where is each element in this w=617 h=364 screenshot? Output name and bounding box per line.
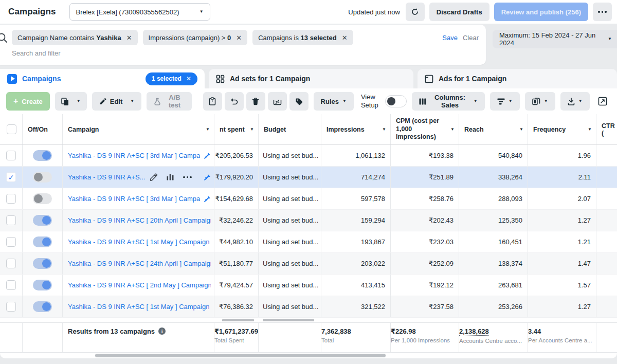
- campaign-on-off-toggle[interactable]: [33, 193, 52, 204]
- delete-button[interactable]: [246, 92, 265, 111]
- table-row: ✓ Yashika - DS 9 INR A+SC [ 3rd Mar ] Ca…: [0, 188, 617, 210]
- pin-icon[interactable]: [204, 174, 211, 181]
- budget-cell: Using ad set bud...: [259, 167, 321, 188]
- row-checkbox[interactable]: ✓: [6, 259, 16, 268]
- budget-cell: Using ad set bud...: [259, 145, 321, 166]
- row-checkbox[interactable]: ✓: [6, 172, 16, 182]
- remove-filter-icon[interactable]: ✕: [126, 34, 132, 42]
- amount-spent-cell: ₹44,982.10: [214, 231, 259, 252]
- discard-drafts-button[interactable]: Discard Drafts: [429, 3, 489, 21]
- columns-button[interactable]: Columns: Sales ▼: [412, 92, 484, 111]
- breakdown-button[interactable]: ▼: [490, 92, 520, 111]
- impressions-total-value: 7,362,838: [321, 327, 351, 335]
- campaign-name-link[interactable]: Yashika - DS 9 INR A+SC [ 2nd May ] Camp…: [68, 281, 211, 289]
- view-setup-label: View Setup: [361, 93, 380, 110]
- frequency-cell: 2.07: [528, 188, 596, 209]
- edit-pencil-icon[interactable]: [150, 173, 157, 181]
- budget-cell: Using ad set bud...: [259, 275, 321, 296]
- row-checkbox[interactable]: ✓: [6, 237, 16, 247]
- campaign-name-link[interactable]: Yashika - DS 9 INR A+SC [ 20th April ] C…: [68, 216, 211, 224]
- clear-filter-link[interactable]: Clear: [463, 34, 479, 42]
- campaign-name-link[interactable]: Yashika - DS 9 INR A+SC [ 1st May ] Camp…: [68, 303, 209, 311]
- header-frequency[interactable]: Frequency▼: [528, 114, 596, 144]
- impressions-total-label: Total: [321, 337, 334, 343]
- row-checkbox[interactable]: ✓: [6, 151, 16, 160]
- review-and-publish-button[interactable]: Review and publish (256): [494, 3, 588, 21]
- campaign-name-link[interactable]: Yashika - DS 9 INR A+SC [ 3rd Mar ] Camp…: [68, 195, 200, 203]
- campaign-on-off-toggle[interactable]: [33, 301, 52, 312]
- row-checkbox[interactable]: ✓: [6, 215, 16, 225]
- save-filter-link[interactable]: Save: [442, 34, 458, 42]
- ad-sets-grid-icon: [216, 75, 225, 83]
- tag-button[interactable]: [289, 92, 308, 111]
- header-amount-spent[interactable]: nt spent▼: [214, 114, 259, 144]
- date-range-selector[interactable]: Maximum: 15 Feb 2024 - 27 Jun 2024 ▼: [493, 30, 617, 48]
- rules-button[interactable]: Rules ▼: [314, 92, 354, 111]
- campaign-name-link[interactable]: Yashika - DS 9 INR A+SC [ 24th April ] C…: [68, 260, 211, 267]
- header-reach[interactable]: Reach▼: [459, 114, 528, 144]
- clear-selection-icon[interactable]: ✕: [186, 75, 191, 82]
- duplicate-button[interactable]: ▼: [55, 92, 87, 111]
- tab-campaigns[interactable]: Campaigns 1 selected ✕: [0, 69, 205, 88]
- duplicate-icon: [61, 98, 69, 105]
- cpm-cell: ₹202.43: [391, 210, 459, 231]
- tab-ads[interactable]: Ads for 1 Campaign: [418, 69, 617, 88]
- header-cpm[interactable]: CPM (cost per 1,000 impressions)▼: [391, 114, 459, 144]
- filter-chip[interactable]: Campaigns is 13 selected✕: [252, 30, 353, 45]
- row-more-icon[interactable]: [183, 176, 192, 178]
- undo-button[interactable]: [225, 92, 244, 111]
- chevron-down-icon: ▼: [608, 37, 612, 41]
- campaign-on-off-toggle[interactable]: [33, 150, 52, 161]
- ad-account-selector[interactable]: Brelex [Exela] (730090355562502) ▼: [69, 3, 210, 21]
- refresh-button[interactable]: [406, 3, 425, 21]
- remove-filter-icon[interactable]: ✕: [236, 34, 242, 42]
- pin-icon[interactable]: [204, 152, 211, 159]
- updated-status: Updated just now: [348, 8, 400, 16]
- paste-button[interactable]: [203, 92, 222, 111]
- export-button[interactable]: ▼: [560, 92, 590, 111]
- tab-ads-label: Ads for 1 Campaign: [439, 75, 506, 83]
- reports-button[interactable]: ▼: [525, 92, 555, 111]
- header-impressions[interactable]: Impressions▼: [321, 114, 391, 144]
- tab-ad-sets[interactable]: Ad sets for 1 Campaign: [209, 69, 413, 88]
- view-setup-toggle[interactable]: [385, 95, 407, 107]
- campaign-on-off-toggle[interactable]: [33, 236, 52, 247]
- flask-icon: [154, 98, 161, 105]
- filter-chip[interactable]: Impressions (campaign) > 0✕: [143, 30, 248, 45]
- create-button[interactable]: + Create: [6, 92, 50, 111]
- selected-count-badge[interactable]: 1 selected ✕: [146, 72, 197, 85]
- campaign-on-off-toggle[interactable]: [33, 280, 52, 290]
- amount-spent-cell: ₹154,629.68: [214, 188, 259, 209]
- select-all-checkbox[interactable]: ✓: [7, 124, 16, 134]
- charts-expand-button[interactable]: [595, 92, 611, 111]
- campaign-on-off-toggle[interactable]: [33, 258, 52, 269]
- row-checkbox[interactable]: ✓: [6, 194, 16, 204]
- filter-chip[interactable]: Campaign Name contains Yashika✕: [12, 30, 138, 45]
- impressions-cell: 1,061,132: [321, 145, 391, 166]
- ab-test-button[interactable]: A/B test: [147, 92, 192, 111]
- campaign-name-link[interactable]: Yashika - DS 9 INR A+S...: [68, 173, 145, 181]
- header-ctr[interactable]: CTR (: [596, 114, 617, 144]
- chevron-down-icon: ▼: [77, 99, 81, 103]
- campaign-name-link[interactable]: Yashika - DS 9 INR A+SC [ 1st May ] Camp…: [68, 238, 211, 246]
- search-input[interactable]: Search and filter: [12, 49, 61, 57]
- header-campaign[interactable]: Campaign▼: [63, 114, 214, 144]
- campaign-name-link[interactable]: Yashika - DS 9 INR A+SC [ 3rd Mar ] Camp…: [68, 152, 200, 159]
- view-charts-icon[interactable]: [167, 174, 174, 180]
- info-icon[interactable]: i: [158, 327, 166, 335]
- edit-button[interactable]: Edit ▼: [92, 92, 141, 111]
- export-import-button[interactable]: [268, 92, 287, 111]
- row-checkbox[interactable]: ✓: [6, 302, 16, 312]
- scrollbar-thumb[interactable]: [95, 354, 386, 357]
- header-budget[interactable]: Budget: [259, 114, 321, 144]
- pin-icon[interactable]: [204, 195, 211, 203]
- chevron-down-icon: ▼: [474, 99, 478, 103]
- row-checkbox[interactable]: ✓: [6, 280, 16, 290]
- columns-icon: [419, 98, 426, 105]
- remove-filter-icon[interactable]: ✕: [342, 34, 348, 42]
- campaign-on-off-toggle[interactable]: [33, 215, 52, 226]
- campaign-on-off-toggle[interactable]: [33, 172, 52, 183]
- reach-cell: 253,266: [459, 296, 528, 317]
- horizontal-scrollbar: [0, 353, 617, 358]
- more-options-button[interactable]: [593, 3, 612, 21]
